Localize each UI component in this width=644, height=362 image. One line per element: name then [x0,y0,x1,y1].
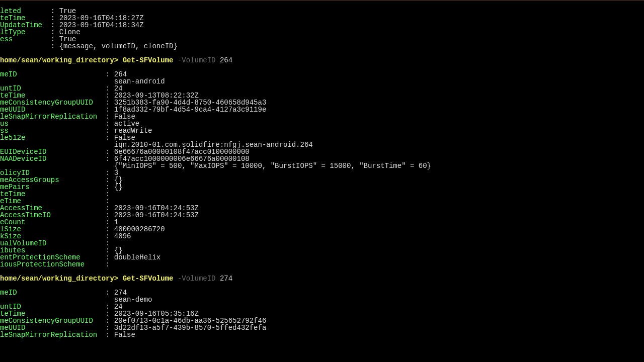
kv-row: ibutes : {} [0,247,644,254]
kv-row: sean-android [0,78,644,85]
kv-row: iousProtectionScheme : [0,261,644,268]
kv-row: NAADeviceID : 6f47acc1000000006e66676a00… [0,155,644,162]
kv-row: teTime : 2023-09-13T08:22:32Z [0,92,644,99]
kv-row: ltType : Clone [0,29,644,36]
prompt-line[interactable]: home/sean/working_directory> Get-SFVolum… [0,275,644,282]
kv-row: untID : 24 [0,303,644,310]
output-block-2: meID : 264 sean-android untID : 24 teTim… [0,71,644,268]
output-block-1: leted : True teTime : 2023-09-16T04:18:2… [0,8,644,50]
blank-line [0,268,644,275]
kv-row: eTime : [0,198,644,205]
kv-row: eCount : 1 [0,219,644,226]
blank-line [0,282,644,289]
kv-row: iqn.2010-01.com.solidfire:nfgj.sean-andr… [0,141,644,148]
kv-row: leSnapMirrorReplication : False [0,331,644,338]
kv-row: ess : True [0,36,644,43]
kv-row: meUUID : 3d22df13-a5f7-439b-8570-5ffed43… [0,324,644,331]
kv-row: kSize : 4096 [0,233,644,240]
kv-row: teTime : 2023-09-16T04:18:27Z [0,15,644,22]
kv-row: ualVolumeID : [0,240,644,247]
kv-row: teTime : [0,191,644,198]
kv-row: meAccessGroups : {} [0,176,644,184]
blank-line [0,64,644,71]
kv-row: mePairs : {} [0,184,644,191]
kv-row: sean-demo [0,296,644,303]
kv-row: entProtectionScheme : doubleHelix [0,254,644,261]
kv-row: AccessTime : 2023-09-16T04:24:53Z [0,205,644,212]
kv-row: meConsistencyGroupUUID : 20ef0713-0c1a-4… [0,317,644,324]
prompt-line[interactable]: home/sean/working_directory> Get-SFVolum… [0,57,644,64]
kv-row: untID : 24 [0,85,644,92]
kv-row: : {message, volumeID, cloneID} [0,43,644,50]
kv-row: ss : readWrite [0,127,644,134]
kv-row: EUIDeviceID : 6e66676a00000108f47acc0100… [0,148,644,155]
kv-row: le512e : False [0,134,644,141]
kv-row: meID : 274 [0,289,644,296]
kv-row: meConsistencyGroupUUID : 3251b383-fa90-4… [0,99,644,106]
kv-row: us : active [0,120,644,127]
kv-row: UpdateTime : 2023-09-16T04:18:34Z [0,22,644,29]
output-block-3: meID : 274 sean-demo untID : 24 teTime :… [0,289,644,338]
kv-row: teTime : 2023-09-16T05:35:16Z [0,310,644,317]
kv-row: leted : True [0,8,644,15]
kv-row: AccessTimeIO : 2023-09-16T04:24:53Z [0,212,644,219]
kv-row: lSize : 400000286720 [0,226,644,233]
terminal[interactable]: leted : True teTime : 2023-09-16T04:18:2… [0,0,644,362]
blank-line [0,50,644,57]
kv-row: olicyID : 3 [0,169,644,176]
kv-row: leSnapMirrorReplication : False [0,113,644,120]
kv-row: {"MinIOPS" = 500, "MaxIOPS" = 10000, "Bu… [0,162,644,169]
kv-row: meID : 264 [0,71,644,78]
kv-row: meUUID : 1f8ad332-79bf-4d54-9ca4-4127a3c… [0,106,644,113]
